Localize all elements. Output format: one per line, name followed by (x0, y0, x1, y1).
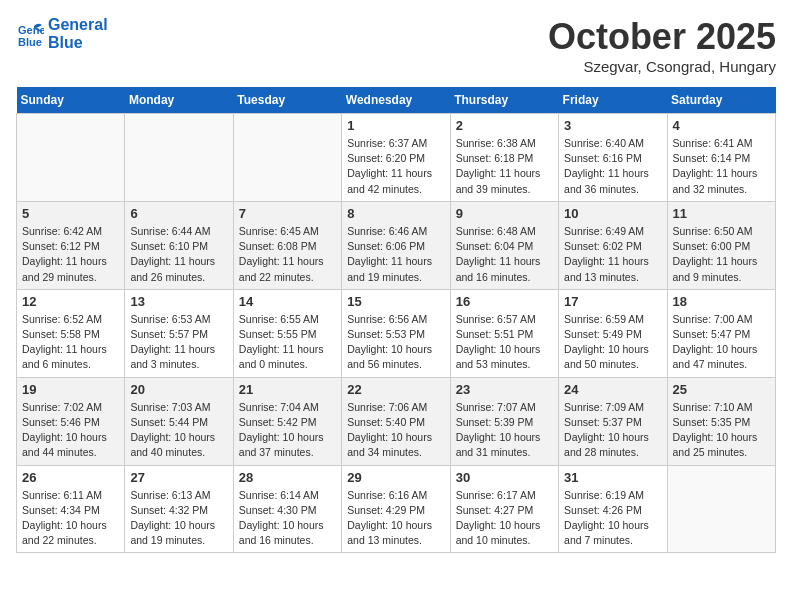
day-info: Sunrise: 6:37 AM Sunset: 6:20 PM Dayligh… (347, 136, 444, 197)
day-number: 18 (673, 294, 770, 309)
calendar-cell: 1Sunrise: 6:37 AM Sunset: 6:20 PM Daylig… (342, 114, 450, 202)
day-info: Sunrise: 6:59 AM Sunset: 5:49 PM Dayligh… (564, 312, 661, 373)
day-number: 16 (456, 294, 553, 309)
day-number: 7 (239, 206, 336, 221)
calendar-cell: 21Sunrise: 7:04 AM Sunset: 5:42 PM Dayli… (233, 377, 341, 465)
calendar-cell: 12Sunrise: 6:52 AM Sunset: 5:58 PM Dayli… (17, 289, 125, 377)
day-info: Sunrise: 6:52 AM Sunset: 5:58 PM Dayligh… (22, 312, 119, 373)
day-info: Sunrise: 6:14 AM Sunset: 4:30 PM Dayligh… (239, 488, 336, 549)
day-info: Sunrise: 6:57 AM Sunset: 5:51 PM Dayligh… (456, 312, 553, 373)
calendar-cell: 23Sunrise: 7:07 AM Sunset: 5:39 PM Dayli… (450, 377, 558, 465)
calendar-cell: 30Sunrise: 6:17 AM Sunset: 4:27 PM Dayli… (450, 465, 558, 553)
calendar-cell: 10Sunrise: 6:49 AM Sunset: 6:02 PM Dayli… (559, 201, 667, 289)
day-number: 13 (130, 294, 227, 309)
day-number: 2 (456, 118, 553, 133)
day-number: 28 (239, 470, 336, 485)
day-number: 25 (673, 382, 770, 397)
logo-text: GeneralBlue (48, 16, 108, 51)
day-number: 24 (564, 382, 661, 397)
day-info: Sunrise: 7:10 AM Sunset: 5:35 PM Dayligh… (673, 400, 770, 461)
calendar-cell: 26Sunrise: 6:11 AM Sunset: 4:34 PM Dayli… (17, 465, 125, 553)
day-number: 31 (564, 470, 661, 485)
day-info: Sunrise: 7:09 AM Sunset: 5:37 PM Dayligh… (564, 400, 661, 461)
calendar-cell: 28Sunrise: 6:14 AM Sunset: 4:30 PM Dayli… (233, 465, 341, 553)
calendar-cell (667, 465, 775, 553)
day-number: 10 (564, 206, 661, 221)
column-header-wednesday: Wednesday (342, 87, 450, 114)
logo-icon: General Blue (16, 20, 44, 48)
calendar-cell (17, 114, 125, 202)
day-number: 15 (347, 294, 444, 309)
day-number: 29 (347, 470, 444, 485)
calendar-cell: 25Sunrise: 7:10 AM Sunset: 5:35 PM Dayli… (667, 377, 775, 465)
day-info: Sunrise: 6:56 AM Sunset: 5:53 PM Dayligh… (347, 312, 444, 373)
calendar-cell: 6Sunrise: 6:44 AM Sunset: 6:10 PM Daylig… (125, 201, 233, 289)
day-info: Sunrise: 6:40 AM Sunset: 6:16 PM Dayligh… (564, 136, 661, 197)
calendar-cell: 8Sunrise: 6:46 AM Sunset: 6:06 PM Daylig… (342, 201, 450, 289)
day-number: 3 (564, 118, 661, 133)
day-info: Sunrise: 6:11 AM Sunset: 4:34 PM Dayligh… (22, 488, 119, 549)
title-block: October 2025 Szegvar, Csongrad, Hungary (548, 16, 776, 75)
calendar-cell: 4Sunrise: 6:41 AM Sunset: 6:14 PM Daylig… (667, 114, 775, 202)
column-header-friday: Friday (559, 87, 667, 114)
month-title: October 2025 (548, 16, 776, 58)
day-number: 22 (347, 382, 444, 397)
day-number: 23 (456, 382, 553, 397)
day-number: 21 (239, 382, 336, 397)
day-info: Sunrise: 7:03 AM Sunset: 5:44 PM Dayligh… (130, 400, 227, 461)
calendar-cell (233, 114, 341, 202)
day-info: Sunrise: 6:48 AM Sunset: 6:04 PM Dayligh… (456, 224, 553, 285)
day-number: 20 (130, 382, 227, 397)
calendar-table: SundayMondayTuesdayWednesdayThursdayFrid… (16, 87, 776, 553)
day-number: 9 (456, 206, 553, 221)
calendar-cell: 9Sunrise: 6:48 AM Sunset: 6:04 PM Daylig… (450, 201, 558, 289)
day-info: Sunrise: 6:46 AM Sunset: 6:06 PM Dayligh… (347, 224, 444, 285)
calendar-cell: 24Sunrise: 7:09 AM Sunset: 5:37 PM Dayli… (559, 377, 667, 465)
calendar-week-2: 5Sunrise: 6:42 AM Sunset: 6:12 PM Daylig… (17, 201, 776, 289)
calendar-cell: 18Sunrise: 7:00 AM Sunset: 5:47 PM Dayli… (667, 289, 775, 377)
calendar-cell: 22Sunrise: 7:06 AM Sunset: 5:40 PM Dayli… (342, 377, 450, 465)
calendar-cell: 20Sunrise: 7:03 AM Sunset: 5:44 PM Dayli… (125, 377, 233, 465)
calendar-cell: 7Sunrise: 6:45 AM Sunset: 6:08 PM Daylig… (233, 201, 341, 289)
calendar-week-5: 26Sunrise: 6:11 AM Sunset: 4:34 PM Dayli… (17, 465, 776, 553)
day-number: 6 (130, 206, 227, 221)
day-info: Sunrise: 6:13 AM Sunset: 4:32 PM Dayligh… (130, 488, 227, 549)
page-header: General Blue GeneralBlue October 2025 Sz… (16, 16, 776, 75)
calendar-cell: 19Sunrise: 7:02 AM Sunset: 5:46 PM Dayli… (17, 377, 125, 465)
day-info: Sunrise: 7:07 AM Sunset: 5:39 PM Dayligh… (456, 400, 553, 461)
column-header-monday: Monday (125, 87, 233, 114)
calendar-cell: 16Sunrise: 6:57 AM Sunset: 5:51 PM Dayli… (450, 289, 558, 377)
day-number: 19 (22, 382, 119, 397)
day-info: Sunrise: 7:00 AM Sunset: 5:47 PM Dayligh… (673, 312, 770, 373)
column-header-sunday: Sunday (17, 87, 125, 114)
day-number: 27 (130, 470, 227, 485)
day-info: Sunrise: 6:53 AM Sunset: 5:57 PM Dayligh… (130, 312, 227, 373)
day-info: Sunrise: 6:16 AM Sunset: 4:29 PM Dayligh… (347, 488, 444, 549)
calendar-cell: 5Sunrise: 6:42 AM Sunset: 6:12 PM Daylig… (17, 201, 125, 289)
calendar-cell: 29Sunrise: 6:16 AM Sunset: 4:29 PM Dayli… (342, 465, 450, 553)
day-info: Sunrise: 6:49 AM Sunset: 6:02 PM Dayligh… (564, 224, 661, 285)
header-row: SundayMondayTuesdayWednesdayThursdayFrid… (17, 87, 776, 114)
calendar-cell: 11Sunrise: 6:50 AM Sunset: 6:00 PM Dayli… (667, 201, 775, 289)
location: Szegvar, Csongrad, Hungary (548, 58, 776, 75)
column-header-tuesday: Tuesday (233, 87, 341, 114)
day-number: 11 (673, 206, 770, 221)
day-number: 5 (22, 206, 119, 221)
logo: General Blue GeneralBlue (16, 16, 108, 51)
svg-text:Blue: Blue (18, 36, 42, 48)
calendar-week-3: 12Sunrise: 6:52 AM Sunset: 5:58 PM Dayli… (17, 289, 776, 377)
day-info: Sunrise: 7:02 AM Sunset: 5:46 PM Dayligh… (22, 400, 119, 461)
day-number: 12 (22, 294, 119, 309)
day-info: Sunrise: 6:50 AM Sunset: 6:00 PM Dayligh… (673, 224, 770, 285)
calendar-cell: 17Sunrise: 6:59 AM Sunset: 5:49 PM Dayli… (559, 289, 667, 377)
day-info: Sunrise: 7:06 AM Sunset: 5:40 PM Dayligh… (347, 400, 444, 461)
day-info: Sunrise: 6:44 AM Sunset: 6:10 PM Dayligh… (130, 224, 227, 285)
day-number: 14 (239, 294, 336, 309)
day-info: Sunrise: 6:55 AM Sunset: 5:55 PM Dayligh… (239, 312, 336, 373)
day-info: Sunrise: 6:41 AM Sunset: 6:14 PM Dayligh… (673, 136, 770, 197)
column-header-saturday: Saturday (667, 87, 775, 114)
calendar-cell (125, 114, 233, 202)
day-info: Sunrise: 7:04 AM Sunset: 5:42 PM Dayligh… (239, 400, 336, 461)
calendar-cell: 27Sunrise: 6:13 AM Sunset: 4:32 PM Dayli… (125, 465, 233, 553)
calendar-week-1: 1Sunrise: 6:37 AM Sunset: 6:20 PM Daylig… (17, 114, 776, 202)
